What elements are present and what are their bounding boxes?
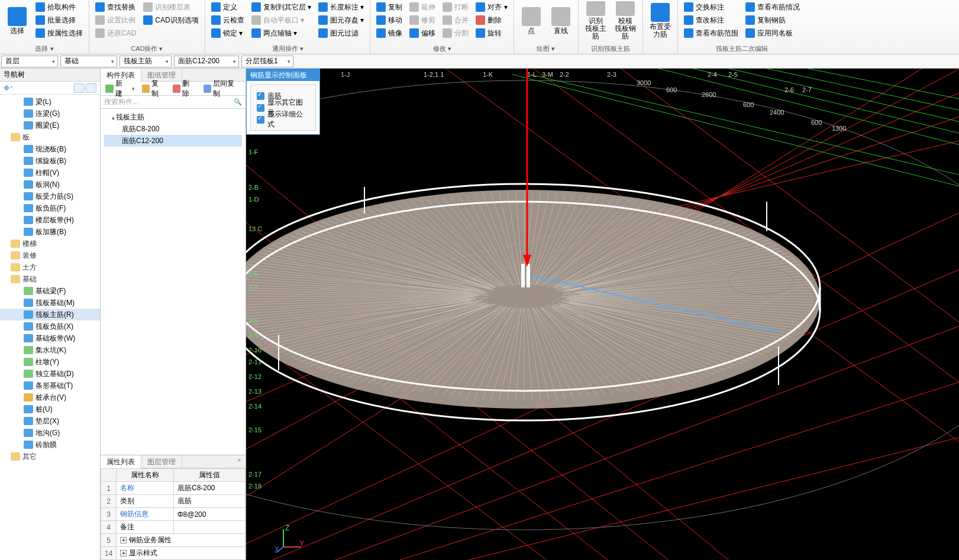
- nav-item-zhuantaimo[interactable]: 砖胎膜: [0, 439, 100, 451]
- nav-item-zhudun[interactable]: 柱墩(Y): [0, 356, 100, 368]
- nav-cat-zhuangxiu[interactable]: 装修: [0, 250, 100, 261]
- nav-item-fabanjichu[interactable]: 筏板基础(M): [0, 297, 100, 309]
- nav-item-dulijichu[interactable]: 独立基础(D): [0, 368, 100, 380]
- modify-annot-button[interactable]: 查改标注: [682, 14, 741, 26]
- nav-item-zhumao[interactable]: 柱帽(V): [0, 167, 100, 179]
- nav-item-bandong[interactable]: 板洞(N): [0, 179, 100, 190]
- prop-row[interactable]: 14+显示样式: [101, 547, 246, 560]
- rotate-button[interactable]: 旋转: [473, 27, 509, 39]
- nav-item-xianjiaoban[interactable]: 现浇板(B): [0, 143, 100, 155]
- line-button[interactable]: 直线: [547, 1, 574, 40]
- mirror-button[interactable]: 镜像: [374, 27, 405, 39]
- comp-root[interactable]: ▴筏板主筋: [104, 111, 242, 123]
- split-button[interactable]: 分割: [440, 27, 471, 39]
- nav-cat-louti[interactable]: 楼梯: [0, 238, 100, 250]
- define-button[interactable]: 定义: [209, 1, 247, 13]
- nav-item-jichuliang[interactable]: 基础梁(F): [0, 285, 100, 297]
- floor-copy-button[interactable]: 层间复制: [201, 83, 243, 95]
- nav-item-banjialei[interactable]: 板加腋(B): [0, 226, 100, 238]
- tab-property-list[interactable]: 属性列表: [101, 455, 141, 468]
- nav-item-lianliang[interactable]: 连梁(G): [0, 108, 100, 119]
- view-list-icon[interactable]: [74, 83, 85, 93]
- chk-detail-formula[interactable]: 显示详细公式: [257, 114, 309, 125]
- offset-button[interactable]: 偏移: [407, 27, 438, 39]
- prop-row[interactable]: 5+钢筋业务属性: [101, 534, 246, 547]
- delete-comp-button[interactable]: 删除: [170, 83, 199, 95]
- break-button[interactable]: 打断: [440, 1, 471, 13]
- identify-raft-button[interactable]: 识别 筏板主筋: [582, 1, 609, 40]
- prop-row[interactable]: 2类别底筋: [101, 495, 246, 508]
- pick-component-button[interactable]: 拾取构件: [33, 1, 85, 13]
- category-select[interactable]: 基础: [60, 56, 117, 67]
- extend-button[interactable]: 延伸: [407, 1, 438, 13]
- elem-filter-button[interactable]: 图元过滤: [316, 27, 366, 39]
- copy-other-layer-button[interactable]: 复制到其它层 ▾: [249, 1, 314, 13]
- trim-button[interactable]: 修剪: [407, 14, 438, 26]
- ribbon-group-label[interactable]: 选择 ▾: [4, 44, 85, 54]
- rebar-select[interactable]: 面筋C12-200: [174, 56, 239, 67]
- swap-annot-button[interactable]: 交换标注: [682, 1, 741, 13]
- nav-cat-ban[interactable]: 板: [0, 131, 100, 143]
- cad-options-button[interactable]: CAD识别选项: [141, 14, 201, 26]
- layer-select[interactable]: 分层筏板1: [241, 56, 293, 67]
- nav-item-zhuangchengtai[interactable]: 桩承台(V): [0, 391, 100, 403]
- nav-item-liang[interactable]: 梁(L): [0, 96, 100, 108]
- nav-item-dianceng[interactable]: 垫层(X): [0, 415, 100, 427]
- copy-rebar-button[interactable]: 复制钢筋: [743, 14, 802, 26]
- length-annot-button[interactable]: 长度标注 ▾: [316, 1, 366, 13]
- align-button[interactable]: 对齐 ▾: [473, 1, 509, 13]
- restore-cad-button[interactable]: 还原CAD: [93, 27, 138, 39]
- point-button[interactable]: 点: [518, 1, 545, 40]
- prop-row[interactable]: 3钢筋信息Φ8@200: [101, 508, 246, 521]
- ribbon-group-label[interactable]: 修改 ▾: [374, 44, 509, 54]
- nav-item-loucengbandai[interactable]: 楼层板带(H): [0, 214, 100, 226]
- prop-row[interactable]: 1名称底筋C8-200: [101, 482, 246, 495]
- elem-archive-button[interactable]: 图元存盘 ▾: [316, 14, 366, 26]
- copy-button[interactable]: 复制: [374, 1, 405, 13]
- nav-cat-qita[interactable]: 其它: [0, 451, 100, 462]
- new-button[interactable]: 新建: [103, 83, 137, 95]
- cloud-check-button[interactable]: 云检查: [209, 14, 247, 26]
- tab-layer-mgmt[interactable]: 图层管理: [141, 455, 182, 468]
- ident-floor-button[interactable]: 识别楼层表: [141, 1, 201, 13]
- close-icon[interactable]: ×: [237, 457, 244, 464]
- nav-item-tiaoxingjichu[interactable]: 条形基础(T): [0, 380, 100, 391]
- attr-select-button[interactable]: 按属性选择: [33, 27, 85, 39]
- nav-item-jichubandai[interactable]: 基础板带(W): [0, 332, 100, 344]
- nav-item-luoxuanban[interactable]: 缧旋板(B): [0, 155, 100, 167]
- ribbon-group-label[interactable]: 绘图 ▾: [518, 44, 574, 54]
- nav-item-banshouli[interactable]: 板受力筋(S): [0, 190, 100, 202]
- view-rebar-button[interactable]: 查看布筋情况: [743, 1, 802, 13]
- checkbox-icon[interactable]: [257, 116, 264, 124]
- lock-button[interactable]: 锁定 ▾: [209, 27, 247, 39]
- auto-flat-button[interactable]: 自动平板口 ▾: [249, 14, 314, 26]
- delete-button[interactable]: 删除: [473, 14, 509, 26]
- checkbox-icon[interactable]: [257, 104, 264, 112]
- view-grid-icon[interactable]: [86, 83, 96, 93]
- check-raft-button[interactable]: 校核 筏板钢筋: [612, 1, 639, 40]
- rebar-display-panel[interactable]: 钢筋显示控制面板 底筋 显示其它图元 显示详细公式: [246, 69, 320, 135]
- two-point-axis-button[interactable]: 两点辅轴 ▾: [249, 27, 314, 39]
- layout-rebar-button[interactable]: 布置受力筋: [647, 1, 674, 40]
- search-input[interactable]: 搜索构件...: [101, 96, 246, 109]
- set-scale-button[interactable]: 设置比例: [93, 14, 138, 26]
- nav-item-digou[interactable]: 地沟(G): [0, 427, 100, 439]
- nav-item-jishuikeng[interactable]: 集水坑(K): [0, 344, 100, 356]
- merge-button[interactable]: 合并: [440, 14, 471, 26]
- checkbox-icon[interactable]: [257, 92, 264, 100]
- ribbon-group-label[interactable]: CAD操作 ▾: [93, 44, 201, 54]
- move-button[interactable]: 移动: [374, 14, 405, 26]
- select-button[interactable]: 选择: [4, 1, 31, 40]
- nav-cat-jichu[interactable]: 基础: [0, 273, 100, 285]
- float-panel-title[interactable]: 钢筋显示控制面板: [247, 69, 319, 81]
- batch-select-button[interactable]: 批量选择: [33, 14, 85, 26]
- find-replace-button[interactable]: 查找替换: [93, 1, 138, 13]
- nav-item-banfujin[interactable]: 板负筋(F): [0, 202, 100, 214]
- view-range-button[interactable]: 查看布筋范围: [682, 27, 741, 39]
- subcategory-select[interactable]: 筏板主筋: [120, 56, 172, 67]
- nav-item-fabanzhujin[interactable]: 筏板主筋(R): [0, 309, 100, 321]
- comp-item-bottom[interactable]: 底筋C8-200: [104, 123, 242, 135]
- apply-same-button[interactable]: 应用同名板: [743, 27, 802, 39]
- nav-item-zhuang[interactable]: 桩(U): [0, 403, 100, 415]
- nav-item-fabanfujin[interactable]: 筏板负筋(X): [0, 321, 100, 332]
